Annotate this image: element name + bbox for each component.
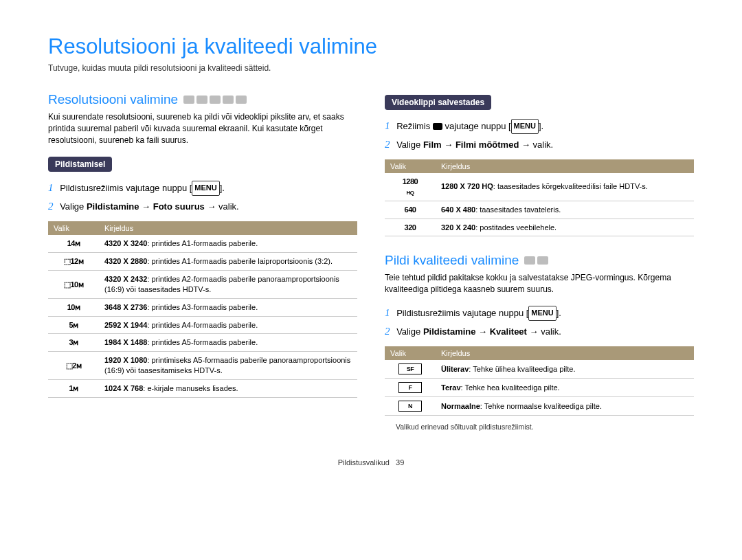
right-column: Videoklippi salvestades 1 Režiimis vajut… xyxy=(385,92,694,431)
option-bold-text: 3648 X 2736 xyxy=(104,303,147,311)
th-option: Valik xyxy=(385,346,436,360)
quality-table: Valik Kirjeldus SFÜliterav: Tehke ülihea… xyxy=(385,346,694,416)
option-tail-text: : printides A1-formaadis paberile. xyxy=(147,239,258,247)
option-icon-cell: 640 xyxy=(385,201,436,219)
resolution-icon: 10ᴍ xyxy=(65,302,82,313)
shooting-step-2: 2 Valige Pildistamine → Foto suurus → va… xyxy=(48,197,357,216)
table-header-row: Valik Kirjeldus xyxy=(385,159,694,173)
page-subtitle: Tutvuge, kuidas muuta pildi resolutsioon… xyxy=(48,63,694,73)
mode-scene-icon xyxy=(537,256,548,265)
step2-pre: Valige xyxy=(60,201,87,212)
resolution-icon: ⬚2ᴍ xyxy=(65,361,82,371)
shooting-step-1: 1 Pildistusrežiimis vajutage nuppu [MENU… xyxy=(48,179,357,197)
video-mode-icon xyxy=(433,123,442,130)
vstep2-pre: Valige xyxy=(396,139,423,150)
video-step-2: 2 Valige Film → Filmi mõõtmed → valik. xyxy=(385,135,694,154)
subheading-video: Videoklippi salvestades xyxy=(385,95,491,110)
option-tail-text: : taasesitades kõrgekvaliteedilisi faile… xyxy=(493,182,648,190)
table-row: 14ᴍ4320 X 3240: printides A1-formaadis p… xyxy=(48,235,357,252)
option-description-cell: 640 X 480: taasesitades tavateleris. xyxy=(436,201,694,219)
photo-size-table: Valik Kirjeldus 14ᴍ4320 X 3240: printide… xyxy=(48,221,357,397)
option-tail-text: : postitades veebilehele. xyxy=(475,223,556,232)
resolution-icon: 1ᴍ xyxy=(65,383,82,394)
option-bold-text: 1920 X 1080 xyxy=(104,356,147,364)
option-tail-text: : taasesitades tavateleris. xyxy=(475,205,561,214)
section-resolution-title: Resolutsiooni valimine xyxy=(48,92,357,107)
resolution-icon: ⬚10ᴍ xyxy=(64,280,83,290)
option-description-cell: 320 X 240: postitades veebilehele. xyxy=(436,219,694,236)
resolution-icon: 14ᴍ xyxy=(65,238,82,249)
page-root: Resolutsiooni ja kvaliteedi valimine Tut… xyxy=(0,0,742,480)
option-bold-text: 1984 X 1488 xyxy=(104,338,147,346)
table-row: 640640 X 480: taasesitades tavateleris. xyxy=(385,201,694,219)
mode-scene-icon xyxy=(210,96,221,104)
quality-step-2: 2 Valige Pildistamine → Kvaliteet → vali… xyxy=(385,322,694,341)
option-description-cell: Terav: Tehke hea kvaliteediga pilte. xyxy=(436,379,694,397)
option-tail-text: : Tehke normaalse kvaliteediga pilte. xyxy=(480,402,602,410)
menu-button-icon: MENU xyxy=(528,306,556,321)
quality-icon: N xyxy=(398,401,422,412)
step2-bold2: Foto suurus xyxy=(153,201,205,212)
menu-button-icon: MENU xyxy=(511,119,539,134)
option-description-cell: 2592 X 1944: printides A4-formaadis pabe… xyxy=(99,316,357,334)
qstep2-pre: Valige xyxy=(396,326,423,337)
menu-button-icon: MENU xyxy=(192,181,219,196)
content-columns: Resolutsiooni valimine Kui suurendate re… xyxy=(48,92,694,431)
table-row: 3ᴍ1984 X 1488: printides A5-formaadis pa… xyxy=(48,334,357,352)
option-bold-text: 1024 X 768 xyxy=(104,384,143,392)
option-description-cell: Normaalne: Tehke normaalse kvaliteediga … xyxy=(436,397,694,416)
option-description-cell: 4320 X 3240: printides A1-formaadis pabe… xyxy=(99,235,357,252)
step1-pre: Pildistusrežiimis vajutage nuppu [ xyxy=(60,183,192,193)
qstep2-post: → valik. xyxy=(527,326,561,337)
step-number-1: 1 xyxy=(385,307,390,318)
option-tail-text: : printides A1-formaadis paberile laipro… xyxy=(147,257,333,265)
resolution-icon: 320 xyxy=(401,223,419,233)
mode-video-icon xyxy=(223,96,234,104)
option-bold-text: 640 X 480 xyxy=(441,205,475,214)
option-icon-cell: N xyxy=(385,397,436,416)
option-bold-text: 320 X 240 xyxy=(441,223,475,232)
quality-step-1: 1 Pildistusrežiimis vajutage nuppu [MENU… xyxy=(385,304,694,322)
option-bold-text: 1280 X 720 HQ xyxy=(441,182,493,190)
table-row: FTerav: Tehke hea kvaliteediga pilte. xyxy=(385,379,694,397)
option-tail-text: : e-kirjale manuseks lisades. xyxy=(143,384,238,392)
option-icon-cell: 1280HQ xyxy=(385,173,436,201)
vstep2-b1: Film xyxy=(423,139,442,150)
th-option: Valik xyxy=(385,159,436,173)
qstep1-post: ]. xyxy=(556,308,561,318)
option-description-cell: 1024 X 768: e-kirjale manuseks lisades. xyxy=(99,379,357,397)
table-header-row: Valik Kirjeldus xyxy=(385,346,694,360)
step2-bold1: Pildistamine xyxy=(87,201,139,212)
mode-smartvideo-icon xyxy=(236,96,247,104)
step1-post: ]. xyxy=(220,183,225,193)
qstep2-b1: Pildistamine xyxy=(423,326,476,337)
option-icon-cell: ⬚10ᴍ xyxy=(48,271,99,299)
table-row: 320320 X 240: postitades veebilehele. xyxy=(385,219,694,236)
option-icon-cell: 1ᴍ xyxy=(48,379,99,397)
option-icon-cell: ⬚12ᴍ xyxy=(48,253,99,271)
resolution-icon: 640 xyxy=(401,205,419,215)
option-description-cell: 3648 X 2736: printides A3-formaadis pabe… xyxy=(99,298,357,316)
option-tail-text: : Tehke ülihea kvaliteediga pilte. xyxy=(469,365,575,373)
table-row: 10ᴍ3648 X 2736: printides A3-formaadis p… xyxy=(48,298,357,316)
step-number-1: 1 xyxy=(385,120,390,131)
option-tail-text: : Tehke hea kvaliteediga pilte. xyxy=(461,383,560,392)
mode-program-icon xyxy=(196,96,207,104)
option-description-cell: 1920 X 1080: printimiseks A5-formaadis p… xyxy=(99,352,357,380)
qstep2-b2: Kvaliteet xyxy=(490,326,527,337)
footer-page-number: 39 xyxy=(396,458,404,467)
option-icon-cell: 14ᴍ xyxy=(48,235,99,252)
table-row: 1ᴍ1024 X 768: e-kirjale manuseks lisades… xyxy=(48,379,357,397)
section-quality-title-text: Pildi kvaliteedi valimine xyxy=(385,253,519,268)
table-row: ⬚12ᴍ4320 X 2880: printides A1-formaadis … xyxy=(48,253,357,271)
table-header-row: Valik Kirjeldus xyxy=(48,221,357,235)
th-option: Valik xyxy=(48,221,99,235)
step-number-2: 2 xyxy=(385,326,390,337)
mode-icons-row xyxy=(183,96,247,104)
video-size-table: Valik Kirjeldus 1280HQ1280 X 720 HQ: taa… xyxy=(385,159,694,236)
resolution-icon: 5ᴍ xyxy=(65,320,82,331)
table-row: 1280HQ1280 X 720 HQ: taasesitades kõrgek… xyxy=(385,173,694,201)
vstep1-mid: vajutage nuppu [ xyxy=(442,121,511,131)
option-icon-cell: ⬚2ᴍ xyxy=(48,352,99,380)
th-description: Kirjeldus xyxy=(436,159,694,173)
